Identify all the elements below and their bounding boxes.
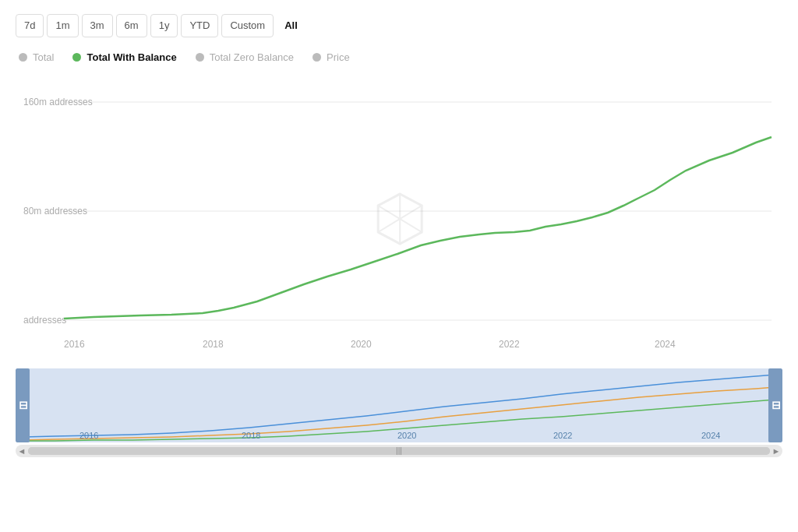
- svg-text:2018: 2018: [203, 339, 224, 350]
- legend-dot: [196, 53, 204, 62]
- legend-label: Price: [327, 51, 350, 63]
- legend-item-total-zero-balance[interactable]: Total Zero Balance: [196, 51, 294, 63]
- navigator-svg: ⊟ ⊟ 2016 2018 2020 2022 2024: [16, 368, 782, 442]
- navigator: ⊟ ⊟ 2016 2018 2020 2022 2024: [16, 368, 782, 442]
- scrollbar-track[interactable]: ◄ ||| ►: [16, 445, 782, 457]
- legend-label: Total: [33, 51, 54, 63]
- time-filter-ytd[interactable]: YTD: [181, 14, 218, 37]
- svg-text:80m addresses: 80m addresses: [23, 206, 87, 217]
- legend-label: Total With Balance: [87, 51, 176, 63]
- scroll-right-arrow[interactable]: ►: [770, 445, 782, 457]
- time-filter-6m[interactable]: 6m: [116, 14, 147, 37]
- time-filter-3m[interactable]: 3m: [82, 14, 113, 37]
- chart-svg: 160m addresses 80m addresses addresses 2…: [16, 71, 782, 367]
- svg-text:⊟: ⊟: [772, 399, 781, 411]
- scroll-left-arrow[interactable]: ◄: [16, 445, 28, 457]
- svg-text:160m addresses: 160m addresses: [23, 97, 93, 107]
- svg-text:⊟: ⊟: [19, 399, 28, 411]
- time-filter-bar: 7d1m3m6m1yYTDCustomAll: [16, 14, 782, 37]
- svg-text:2024: 2024: [655, 339, 676, 350]
- legend-dot: [72, 53, 81, 62]
- legend-item-total[interactable]: Total: [19, 51, 54, 63]
- time-filter-custom[interactable]: Custom: [221, 14, 274, 37]
- svg-text:2022: 2022: [499, 339, 520, 350]
- time-filter-1y[interactable]: 1y: [150, 14, 178, 37]
- legend-dot: [312, 53, 321, 62]
- scrollbar-thumb[interactable]: |||: [28, 447, 770, 455]
- svg-text:2020: 2020: [351, 339, 372, 350]
- svg-text:2018: 2018: [242, 431, 260, 440]
- svg-text:addresses: addresses: [23, 315, 66, 326]
- svg-text:2016: 2016: [64, 339, 85, 350]
- legend-label: Total Zero Balance: [210, 51, 294, 63]
- time-filter-all[interactable]: All: [277, 15, 305, 37]
- svg-text:2020: 2020: [397, 431, 416, 440]
- chart-legend: TotalTotal With BalanceTotal Zero Balanc…: [16, 51, 782, 63]
- svg-text:2022: 2022: [553, 431, 572, 440]
- legend-item-price[interactable]: Price: [312, 51, 350, 63]
- svg-text:2016: 2016: [79, 431, 98, 440]
- svg-text:2024: 2024: [701, 431, 720, 440]
- legend-dot: [19, 53, 27, 62]
- time-filter-7d[interactable]: 7d: [16, 14, 44, 37]
- time-filter-1m[interactable]: 1m: [47, 14, 78, 37]
- main-chart: 160m addresses 80m addresses addresses 2…: [16, 71, 782, 367]
- legend-item-total-with-balance[interactable]: Total With Balance: [72, 51, 176, 63]
